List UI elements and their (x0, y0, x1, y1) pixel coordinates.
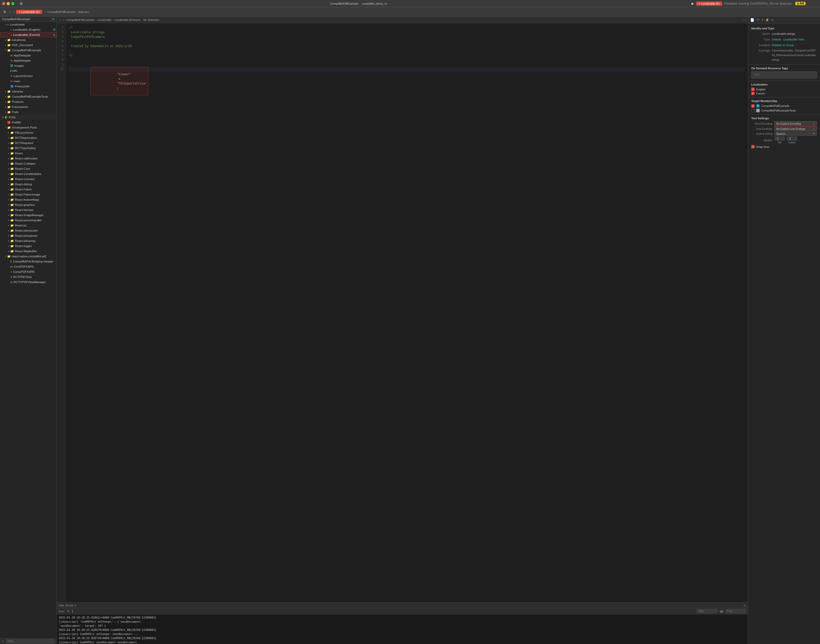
sidebar-item-appdelegate-m[interactable]: ▸ m AppDelegate (0, 58, 57, 63)
sidebar-tree[interactable]: ▾ ≡ Localizable ▸ ≡ Localizable (English… (0, 22, 57, 638)
wrap-lines-row[interactable]: ✓ Wrap lines (751, 145, 817, 149)
inspector-clock-icon[interactable]: ⏱ (756, 18, 760, 22)
sidebar-item-react-featureflags[interactable]: ▸ 📁 React-featureflags (0, 197, 57, 202)
sidebar-item-images[interactable]: ▸ 🖼 Images (0, 63, 57, 68)
sidebar-item-react-jsinspector[interactable]: ▸ 📁 React-jsinspector (0, 233, 57, 238)
sidebar-item-react-debug[interactable]: ▸ 📁 React-debug (0, 182, 57, 187)
sidebar-item-rctviewmanager[interactable]: ▸ m RCTCPDFViewManager (0, 279, 57, 285)
sidebar-item-localizable-en[interactable]: ▸ ≡ Localizable (English) M (0, 27, 57, 32)
sidebar-item-rctdeprecation[interactable]: ▸ 📁 RCTDeprecation (0, 135, 57, 140)
sidebar-item-react-callinvoker[interactable]: ▸ 📁 React-callinvoker (0, 156, 57, 161)
code-content[interactable]: /* Localizable.strings CompdfkitPdfExamp… (66, 23, 748, 602)
sidebar-item-rctpdfview[interactable]: ▸ S RCTPDFView (0, 274, 57, 279)
minimize-button[interactable] (7, 2, 10, 5)
tab-width-input[interactable] (774, 136, 785, 141)
sidebar-item-react-hermes[interactable]: ▸ 📁 React-hermes (0, 207, 57, 213)
debug-filter-input-2[interactable] (725, 609, 746, 613)
sidebar-item-libraries[interactable]: ▸ 📁 Libraries (0, 89, 57, 94)
sidebar-item-main[interactable]: ▸ m main (0, 78, 57, 84)
sidebar-item-react-imagemanager[interactable]: ▸ 📁 React-ImageManager (0, 213, 57, 218)
warning-badge[interactable]: ⚠ 243 (795, 2, 806, 5)
sidebar-item-main-group[interactable]: ▾ 📁 CompdfkitPdfExample (0, 48, 57, 53)
sidebar-item-dev-pods[interactable]: ▾ 📁 Development Pods (0, 125, 57, 130)
sidebar-item-pdf-document[interactable]: ▸ 📁 PDF_Document (0, 43, 57, 48)
breadcrumb-back-button[interactable]: ‹ (59, 18, 61, 22)
folder-icon: 📁 (10, 203, 14, 207)
inspector-info-icon[interactable]: ℹ (762, 18, 763, 22)
sidebar-item-extrafonts[interactable]: ▸ 📁 extraFonts (0, 37, 57, 43)
wrap-lines-checkbox[interactable]: ✓ (751, 145, 754, 149)
sidebar-item-rcttypesafety[interactable]: ▸ 📁 RCTTypeSafety (0, 146, 57, 151)
inspector-menu-icon[interactable]: ≡ (771, 18, 773, 22)
target-tests-row[interactable]: T CompdfkitPdfExampleTests (751, 109, 817, 112)
forward-button[interactable]: › (12, 10, 15, 14)
sidebar-item-fblazyvector[interactable]: ▸ 📁 FBLazyVector (0, 130, 57, 135)
sidebar-item-info[interactable]: ▸ ℹ Info (0, 68, 57, 74)
sidebar-item-react-cxxreact[interactable]: ▸ 📁 React-cxxreact (0, 176, 57, 182)
debug-info-icon[interactable]: ℹ (72, 609, 73, 613)
sidebar-item-compdfrn[interactable]: ▸ m ComPDFKitRN (0, 264, 57, 269)
indent-using-value[interactable]: Spaces ▼ (774, 132, 817, 136)
sidebar-item-react[interactable]: ▸ 📁 React (0, 151, 57, 156)
inspector-file-icon[interactable]: 📄 (750, 18, 754, 22)
sidebar-item-react-core[interactable]: ▸ 📁 React-Core (0, 166, 57, 171)
sidebar-item-privacyinfo[interactable]: ▸ 🔵 PrivacyInfo (0, 84, 57, 89)
section-identity-type: Identity and Type Name Localizable.strin… (748, 27, 820, 62)
back-button[interactable]: ‹ (9, 10, 11, 14)
active-tab-pill[interactable]: ≡ Localizable (fr) (696, 2, 722, 6)
checkbox-french[interactable]: ✓ (751, 92, 754, 95)
breadcrumb-nav-left[interactable]: ‹ (743, 18, 744, 21)
localization-french-row[interactable]: ✓ French (751, 92, 817, 95)
sidebar-item-react-logger[interactable]: ▸ 📁 React-logger (0, 244, 57, 248)
status-running: Finished running ComPDFKit_RN on Ipad pr… (724, 2, 793, 5)
sidebar-item-pods-group[interactable]: ▸ 📁 Pods (0, 109, 57, 115)
debug-eye-icon[interactable]: 👁 (67, 609, 70, 613)
sidebar-item-localizable-fr[interactable]: ▸ ≡ Localizable (French) A (0, 32, 57, 37)
sidebar-item-react-jserrorhandler[interactable]: ▸ 📁 React-jserrorhandler (0, 218, 57, 223)
sidebar-item-react-fabricimage[interactable]: ▸ 📁 React-FabricImage (0, 192, 57, 197)
inspector-bolt-icon[interactable]: ⚡ (765, 18, 769, 22)
run-button[interactable]: ▶ (691, 2, 694, 5)
editor-tab-pill[interactable]: ≡ Localizable (fr) (16, 10, 42, 14)
sidebar-item-react-codegen[interactable]: ▸ 📁 React-Codegen (0, 161, 57, 166)
checkbox-target-example[interactable]: ✓ (751, 104, 754, 108)
sidebar-filter-input[interactable] (6, 639, 54, 643)
sidebar-item-pods-root[interactable]: ▾ ⚡ Pods (0, 115, 57, 120)
plus-icon[interactable]: + (2, 639, 4, 643)
hide-navigator-button[interactable]: ⊞ (2, 9, 8, 14)
sidebar-item-appdelegate-h[interactable]: ▸ m AppDelegate (0, 53, 57, 58)
sidebar-item-compdfkitrn[interactable]: ▸ ≡ CompPDFKitRN (0, 269, 57, 274)
sidebar-item-frameworks[interactable]: ▸ 📁 Frameworks (0, 104, 57, 109)
sidebar-item-localizable[interactable]: ▾ ≡ Localizable (0, 22, 57, 27)
localization-english-row[interactable]: ✓ English (751, 87, 817, 91)
sidebar-item-react-graphics[interactable]: ▸ 📁 React-graphics (0, 202, 57, 207)
debug-camera-icon[interactable]: 📹 (719, 609, 723, 613)
breadcrumb-forward-button[interactable]: › (63, 18, 66, 22)
code-line-10[interactable] (69, 67, 745, 72)
sidebar-item-tests[interactable]: ▸ 📁 CompdfkitPdfExampleTests (0, 94, 57, 99)
close-button[interactable] (2, 2, 5, 5)
debug-filter-input[interactable] (697, 609, 717, 613)
sidebar-item-react-jsitracing[interactable]: ▸ 📁 React-jsitracing (0, 238, 57, 244)
sidebar-item-react-jsiexecutor[interactable]: ▸ 📁 React-jsiexecutor (0, 228, 57, 233)
encoding-value[interactable]: No Explicit Encoding ⚠ (774, 121, 817, 126)
sidebar-item-products[interactable]: ▸ 📁 Products (0, 99, 57, 104)
line-endings-value[interactable]: No Explicit Line Endings ⚠ (774, 126, 817, 131)
sidebar-item-react-coremodules[interactable]: ▸ 📁 React-CoreModules (0, 171, 57, 176)
checkbox-english[interactable]: ✓ (751, 87, 754, 91)
tags-input[interactable]: Tags (751, 71, 817, 78)
breadcrumb-nav-right[interactable]: › (745, 18, 746, 21)
checkbox-target-tests[interactable] (751, 109, 754, 112)
sidebar-item-rctrequired[interactable]: ▸ 📁 RCTRequired (0, 140, 57, 146)
sidebar-toggle-button[interactable]: ⊞ (20, 2, 23, 5)
sidebar-item-podfile[interactable]: ▸ 🔴 Podfile (0, 120, 57, 125)
sidebar-item-rn-compdfkit[interactable]: ▾ 📁 react-native-compdfkit-pdf (0, 254, 57, 259)
target-example-row[interactable]: ✓ C CompdfkitPdfExample (751, 104, 817, 108)
maximize-button[interactable] (11, 2, 14, 5)
sidebar-item-launchscreen[interactable]: ▸ ✕ LaunchScreen (0, 74, 57, 78)
sidebar-item-react-mapbuffer[interactable]: ▸ 📁 React-Mapbuffer (0, 248, 57, 254)
sidebar-item-react-jsi[interactable]: ▸ 📁 React-jsi (0, 223, 57, 228)
sidebar-item-react-fabric[interactable]: ▸ 📁 React-Fabric (0, 187, 57, 192)
indent-width-input[interactable] (787, 136, 797, 141)
sidebar-item-bridging-header[interactable]: ▸ h CompdfkitPdf-Bridging-Header (0, 259, 57, 264)
